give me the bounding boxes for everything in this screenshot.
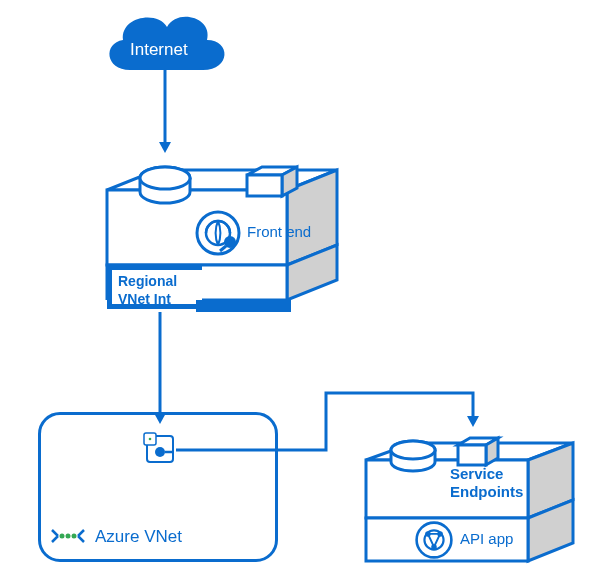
svg-point-23 <box>66 534 71 539</box>
internet-label: Internet <box>130 40 188 60</box>
svg-marker-11 <box>247 175 282 196</box>
svg-point-22 <box>60 534 65 539</box>
svg-point-32 <box>391 441 435 459</box>
regional-vnet-int-underbar <box>196 300 291 312</box>
svg-point-8 <box>140 167 190 189</box>
svg-point-36 <box>417 523 452 558</box>
frontend-label: Front end <box>247 223 311 240</box>
azure-vnet-label: Azure VNet <box>95 527 182 547</box>
architecture-diagram: Internet Front end Regional VNet Int Azu… <box>0 0 600 583</box>
regional-vnet-int-box: Regional VNet Int <box>107 265 202 309</box>
api-globe-icon <box>414 520 454 560</box>
arrow-regional-to-vnet <box>153 312 167 427</box>
web-globe-icon <box>195 210 241 256</box>
svg-marker-35 <box>458 445 486 465</box>
svg-point-20 <box>155 447 165 457</box>
api-app-label: API app <box>460 530 513 547</box>
service-endpoints-line1: Service <box>450 465 503 482</box>
regional-vnet-int-line1: Regional <box>118 273 177 289</box>
svg-point-12 <box>197 212 239 254</box>
svg-point-24 <box>72 534 77 539</box>
vnet-icon <box>50 523 86 549</box>
service-endpoints-line2: Endpoints <box>450 483 523 500</box>
vnet-endpoint-icon <box>143 432 177 466</box>
regional-vnet-int-line2: VNet Int <box>118 291 171 307</box>
svg-point-19 <box>149 438 152 441</box>
